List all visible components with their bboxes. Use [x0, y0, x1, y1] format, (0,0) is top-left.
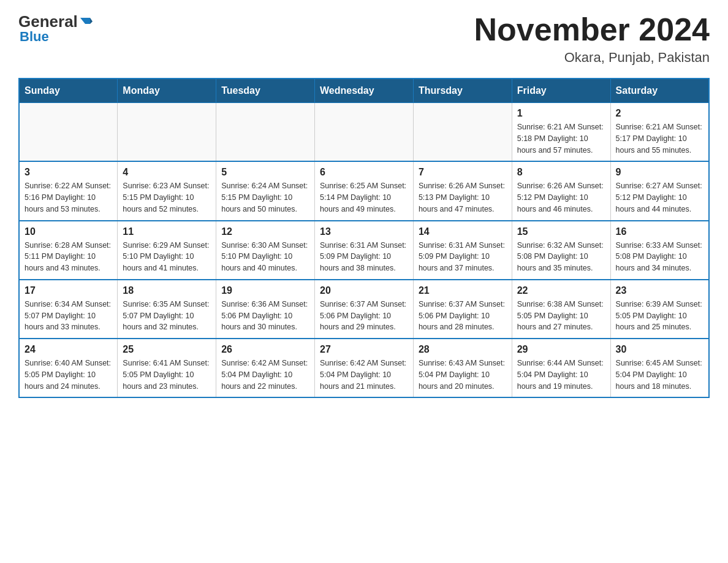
day-info: Sunrise: 6:22 AM Sunset: 5:16 PM Dayligh…: [25, 180, 112, 215]
calendar-cell: 6Sunrise: 6:25 AM Sunset: 5:14 PM Daylig…: [315, 161, 414, 220]
week-row-2: 3Sunrise: 6:22 AM Sunset: 5:16 PM Daylig…: [19, 161, 709, 220]
calendar-cell: 25Sunrise: 6:41 AM Sunset: 5:05 PM Dayli…: [118, 339, 216, 397]
week-row-3: 10Sunrise: 6:28 AM Sunset: 5:11 PM Dayli…: [19, 221, 709, 280]
day-number: 23: [616, 285, 703, 296]
calendar-cell: 21Sunrise: 6:37 AM Sunset: 5:06 PM Dayli…: [413, 280, 512, 339]
calendar-cell: 17Sunrise: 6:34 AM Sunset: 5:07 PM Dayli…: [19, 280, 118, 339]
day-number: 4: [123, 167, 211, 178]
calendar-cell: 24Sunrise: 6:40 AM Sunset: 5:05 PM Dayli…: [19, 339, 118, 397]
day-number: 12: [221, 226, 309, 237]
day-number: 10: [25, 226, 112, 237]
day-number: 21: [419, 285, 507, 296]
location: Okara, Punjab, Pakistan: [474, 50, 710, 66]
calendar-cell: 3Sunrise: 6:22 AM Sunset: 5:16 PM Daylig…: [19, 161, 118, 220]
week-row-5: 24Sunrise: 6:40 AM Sunset: 5:05 PM Dayli…: [19, 339, 709, 397]
calendar-cell: 30Sunrise: 6:45 AM Sunset: 5:04 PM Dayli…: [610, 339, 709, 397]
calendar-cell: 18Sunrise: 6:35 AM Sunset: 5:07 PM Dayli…: [118, 280, 216, 339]
svg-marker-0: [80, 18, 90, 24]
calendar-cell: 2Sunrise: 6:21 AM Sunset: 5:17 PM Daylig…: [610, 103, 709, 162]
logo-blue: Blue: [20, 29, 49, 45]
day-info: Sunrise: 6:26 AM Sunset: 5:13 PM Dayligh…: [419, 180, 507, 215]
calendar-cell: 29Sunrise: 6:44 AM Sunset: 5:04 PM Dayli…: [512, 339, 610, 397]
day-header-saturday: Saturday: [610, 79, 709, 103]
day-info: Sunrise: 6:34 AM Sunset: 5:07 PM Dayligh…: [25, 299, 112, 333]
day-info: Sunrise: 6:21 AM Sunset: 5:18 PM Dayligh…: [517, 121, 605, 156]
day-number: 28: [419, 344, 507, 355]
calendar-cell: 19Sunrise: 6:36 AM Sunset: 5:06 PM Dayli…: [216, 280, 315, 339]
day-info: Sunrise: 6:42 AM Sunset: 5:04 PM Dayligh…: [320, 358, 408, 392]
day-number: 27: [320, 344, 408, 355]
week-row-1: 1Sunrise: 6:21 AM Sunset: 5:18 PM Daylig…: [19, 103, 709, 162]
day-info: Sunrise: 6:41 AM Sunset: 5:05 PM Dayligh…: [123, 358, 211, 392]
calendar-cell: 15Sunrise: 6:32 AM Sunset: 5:08 PM Dayli…: [512, 221, 610, 280]
day-info: Sunrise: 6:37 AM Sunset: 5:06 PM Dayligh…: [320, 299, 408, 333]
day-number: 9: [616, 167, 703, 178]
day-info: Sunrise: 6:40 AM Sunset: 5:05 PM Dayligh…: [25, 358, 112, 392]
day-info: Sunrise: 6:26 AM Sunset: 5:12 PM Dayligh…: [517, 180, 605, 215]
calendar-cell: 22Sunrise: 6:38 AM Sunset: 5:05 PM Dayli…: [512, 280, 610, 339]
day-number: 1: [517, 108, 605, 119]
day-header-monday: Monday: [118, 79, 216, 103]
day-number: 24: [25, 344, 112, 355]
calendar-cell: 11Sunrise: 6:29 AM Sunset: 5:10 PM Dayli…: [118, 221, 216, 280]
calendar-cell: 1Sunrise: 6:21 AM Sunset: 5:18 PM Daylig…: [512, 103, 610, 162]
day-info: Sunrise: 6:42 AM Sunset: 5:04 PM Dayligh…: [221, 358, 309, 392]
title-section: November 2024 Okara, Punjab, Pakistan: [474, 12, 710, 66]
calendar-cell: [118, 103, 216, 162]
day-number: 20: [320, 285, 408, 296]
day-number: 16: [616, 226, 703, 237]
calendar-cell: [19, 103, 118, 162]
day-info: Sunrise: 6:30 AM Sunset: 5:10 PM Dayligh…: [221, 240, 309, 274]
calendar-cell: 4Sunrise: 6:23 AM Sunset: 5:15 PM Daylig…: [118, 161, 216, 220]
day-number: 29: [517, 344, 605, 355]
day-info: Sunrise: 6:35 AM Sunset: 5:07 PM Dayligh…: [123, 299, 211, 333]
day-info: Sunrise: 6:44 AM Sunset: 5:04 PM Dayligh…: [517, 358, 605, 392]
days-of-week-row: SundayMondayTuesdayWednesdayThursdayFrid…: [19, 79, 709, 103]
calendar-header: SundayMondayTuesdayWednesdayThursdayFrid…: [19, 79, 709, 103]
day-info: Sunrise: 6:45 AM Sunset: 5:04 PM Dayligh…: [616, 358, 703, 392]
calendar-cell: [216, 103, 315, 162]
logo: General Blue: [18, 12, 93, 45]
day-number: 14: [419, 226, 507, 237]
calendar-cell: 27Sunrise: 6:42 AM Sunset: 5:04 PM Dayli…: [315, 339, 414, 397]
day-number: 19: [221, 285, 309, 296]
day-number: 5: [221, 167, 309, 178]
calendar-cell: 5Sunrise: 6:24 AM Sunset: 5:15 PM Daylig…: [216, 161, 315, 220]
calendar-cell: 26Sunrise: 6:42 AM Sunset: 5:04 PM Dayli…: [216, 339, 315, 397]
day-info: Sunrise: 6:37 AM Sunset: 5:06 PM Dayligh…: [419, 299, 507, 333]
day-info: Sunrise: 6:33 AM Sunset: 5:08 PM Dayligh…: [616, 240, 703, 274]
day-info: Sunrise: 6:31 AM Sunset: 5:09 PM Dayligh…: [320, 240, 408, 274]
day-info: Sunrise: 6:31 AM Sunset: 5:09 PM Dayligh…: [419, 240, 507, 274]
day-number: 11: [123, 226, 211, 237]
month-title: November 2024: [474, 12, 710, 47]
day-number: 18: [123, 285, 211, 296]
day-number: 7: [419, 167, 507, 178]
day-number: 30: [616, 344, 703, 355]
day-info: Sunrise: 6:28 AM Sunset: 5:11 PM Dayligh…: [25, 240, 112, 274]
calendar-cell: 12Sunrise: 6:30 AM Sunset: 5:10 PM Dayli…: [216, 221, 315, 280]
calendar-cell: 14Sunrise: 6:31 AM Sunset: 5:09 PM Dayli…: [413, 221, 512, 280]
day-info: Sunrise: 6:39 AM Sunset: 5:05 PM Dayligh…: [616, 299, 703, 333]
logo-icon: [79, 15, 93, 29]
day-info: Sunrise: 6:36 AM Sunset: 5:06 PM Dayligh…: [221, 299, 309, 333]
day-info: Sunrise: 6:43 AM Sunset: 5:04 PM Dayligh…: [419, 358, 507, 392]
calendar-table: SundayMondayTuesdayWednesdayThursdayFrid…: [18, 78, 710, 398]
calendar-body: 1Sunrise: 6:21 AM Sunset: 5:18 PM Daylig…: [19, 103, 709, 398]
day-number: 3: [25, 167, 112, 178]
calendar-cell: 16Sunrise: 6:33 AM Sunset: 5:08 PM Dayli…: [610, 221, 709, 280]
day-info: Sunrise: 6:27 AM Sunset: 5:12 PM Dayligh…: [616, 180, 703, 215]
calendar-cell: 7Sunrise: 6:26 AM Sunset: 5:13 PM Daylig…: [413, 161, 512, 220]
day-number: 26: [221, 344, 309, 355]
day-number: 6: [320, 167, 408, 178]
day-number: 8: [517, 167, 605, 178]
day-header-friday: Friday: [512, 79, 610, 103]
calendar-cell: 23Sunrise: 6:39 AM Sunset: 5:05 PM Dayli…: [610, 280, 709, 339]
calendar-cell: 20Sunrise: 6:37 AM Sunset: 5:06 PM Dayli…: [315, 280, 414, 339]
calendar-cell: 13Sunrise: 6:31 AM Sunset: 5:09 PM Dayli…: [315, 221, 414, 280]
day-header-wednesday: Wednesday: [315, 79, 414, 103]
day-info: Sunrise: 6:23 AM Sunset: 5:15 PM Dayligh…: [123, 180, 211, 215]
svg-marker-1: [90, 18, 93, 24]
calendar-cell: [315, 103, 414, 162]
day-info: Sunrise: 6:38 AM Sunset: 5:05 PM Dayligh…: [517, 299, 605, 333]
day-header-sunday: Sunday: [19, 79, 118, 103]
